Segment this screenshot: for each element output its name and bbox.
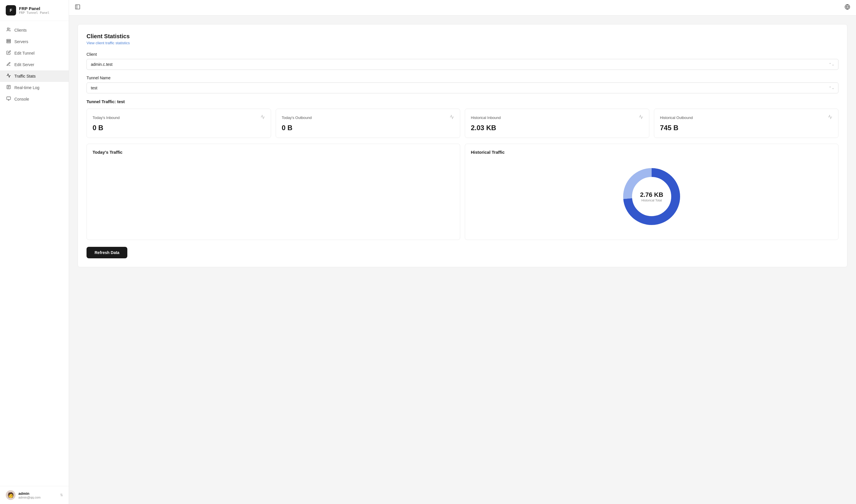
page-subtitle-link[interactable]: View client traffic statistics <box>87 41 838 45</box>
today-traffic-title: Today's Traffic <box>92 150 454 155</box>
refresh-data-button[interactable]: Refresh Data <box>87 247 127 258</box>
app-name: FRP Panel <box>19 6 50 11</box>
donut-container: 2.76 KB Historical Total <box>471 159 833 234</box>
logo-text: FRP Panel FRP Tunnel Panel <box>19 6 50 15</box>
sidebar-label-traffic-stats: Traffic Stats <box>14 74 36 78</box>
clients-icon <box>6 27 12 33</box>
outbound-icon <box>449 115 454 121</box>
stat-title-0: Today's Inbound <box>92 115 120 120</box>
app-subtitle: FRP Tunnel Panel <box>19 11 50 15</box>
client-select[interactable]: admin.c.test <box>87 59 838 70</box>
user-info: 🧑 admin admin@qq.com <box>6 490 40 500</box>
stat-card-today-inbound: Today's Inbound 0 B <box>87 109 271 138</box>
historical-traffic-title: Historical Traffic <box>471 150 833 155</box>
donut-chart: 2.76 KB Historical Total <box>620 165 683 228</box>
svg-rect-11 <box>76 5 80 9</box>
donut-total-label: Historical Total <box>640 199 663 202</box>
inbound-icon <box>261 115 265 121</box>
tunnel-traffic-label: Tunnel Traffic: test <box>87 99 838 104</box>
svg-rect-2 <box>6 41 10 42</box>
console-icon <box>6 96 12 102</box>
svg-rect-1 <box>6 39 10 40</box>
today-traffic-chart: Today's Traffic <box>87 144 460 240</box>
donut-center-label: 2.76 KB Historical Total <box>640 191 663 202</box>
page-title: Client Statistics <box>87 33 838 40</box>
stat-card-header-2: Historical Inbound <box>471 115 643 121</box>
svg-point-0 <box>7 28 8 29</box>
sidebar-label-clients: Clients <box>14 28 27 33</box>
content-area: Client Statistics View client traffic st… <box>69 16 856 504</box>
stat-value-3: 745 B <box>660 124 833 132</box>
topbar <box>69 0 856 16</box>
page-card: Client Statistics View client traffic st… <box>77 24 848 267</box>
stat-value-2: 2.03 KB <box>471 124 643 132</box>
topbar-right <box>844 4 850 11</box>
stat-title-3: Historical Outbound <box>660 115 693 120</box>
servers-icon <box>6 39 12 44</box>
client-label: Client <box>87 52 838 57</box>
hist-outbound-icon <box>828 115 833 121</box>
stat-card-header-3: Historical Outbound <box>660 115 833 121</box>
donut-total-value: 2.76 KB <box>640 191 663 199</box>
sidebar-footer: 🧑 admin admin@qq.com ⇅ <box>0 486 69 504</box>
stat-value-1: 0 B <box>282 124 454 132</box>
user-details: admin admin@qq.com <box>18 491 40 499</box>
tunnel-select-wrapper: test ⌃⌄ <box>87 83 838 93</box>
sidebar-label-console: Console <box>14 97 29 102</box>
sidebar-item-traffic-stats[interactable]: Traffic Stats <box>0 70 69 82</box>
stat-title-1: Today's Outbound <box>282 115 311 120</box>
logo-area: F FRP Panel FRP Tunnel Panel <box>0 0 69 21</box>
stat-title-2: Historical Inbound <box>471 115 501 120</box>
stat-card-today-outbound: Today's Outbound 0 B <box>276 109 460 138</box>
sidebar-item-edit-tunnel[interactable]: Edit Tunnel <box>0 48 69 59</box>
stat-card-header-1: Today's Outbound <box>282 115 454 121</box>
sidebar-item-console[interactable]: Console <box>0 93 69 105</box>
traffic-stats-icon <box>6 73 12 79</box>
sidebar-item-edit-server[interactable]: Edit Server <box>0 59 69 70</box>
main-area: Client Statistics View client traffic st… <box>69 0 856 504</box>
user-email: admin@qq.com <box>18 496 40 499</box>
stat-card-hist-inbound: Historical Inbound 2.03 KB <box>465 109 649 138</box>
stat-value-0: 0 B <box>92 124 265 132</box>
tunnel-name-label: Tunnel Name <box>87 76 838 80</box>
topbar-left <box>75 4 81 11</box>
user-name: admin <box>18 491 40 496</box>
stat-card-header-0: Today's Inbound <box>92 115 265 121</box>
realtime-log-icon <box>6 85 12 91</box>
sidebar-label-edit-server: Edit Server <box>14 62 34 67</box>
today-traffic-placeholder <box>92 159 454 234</box>
sidebar-item-realtime-log[interactable]: Real-time Log <box>0 82 69 93</box>
sidebar-label-realtime-log: Real-time Log <box>14 85 39 90</box>
hist-inbound-icon <box>639 115 643 121</box>
sidebar-label-edit-tunnel: Edit Tunnel <box>14 51 35 55</box>
avatar: 🧑 <box>6 490 16 500</box>
stats-row: Today's Inbound 0 B Today's Outbound <box>87 109 838 138</box>
sidebar-nav: Clients Servers Edit Tunnel Edit Server … <box>0 21 69 486</box>
svg-rect-8 <box>6 97 10 100</box>
expand-icon[interactable]: ⇅ <box>60 493 63 497</box>
sidebar: F FRP Panel FRP Tunnel Panel Clients Ser… <box>0 0 69 504</box>
language-icon[interactable] <box>844 4 850 11</box>
sidebar-label-servers: Servers <box>14 39 28 44</box>
client-select-wrapper: admin.c.test ⌃⌄ <box>87 59 838 70</box>
edit-server-icon <box>6 62 12 68</box>
tunnel-name-select[interactable]: test <box>87 83 838 93</box>
historical-traffic-chart: Historical Traffic <box>465 144 838 240</box>
edit-tunnel-icon <box>6 50 12 56</box>
stat-card-hist-outbound: Historical Outbound 745 B <box>654 109 838 138</box>
sidebar-toggle-button[interactable] <box>75 4 81 11</box>
logo-icon: F <box>6 5 16 16</box>
charts-row: Today's Traffic Historical Traffic <box>87 144 838 240</box>
svg-rect-3 <box>6 42 10 43</box>
sidebar-item-clients[interactable]: Clients <box>0 24 69 36</box>
sidebar-item-servers[interactable]: Servers <box>0 36 69 48</box>
